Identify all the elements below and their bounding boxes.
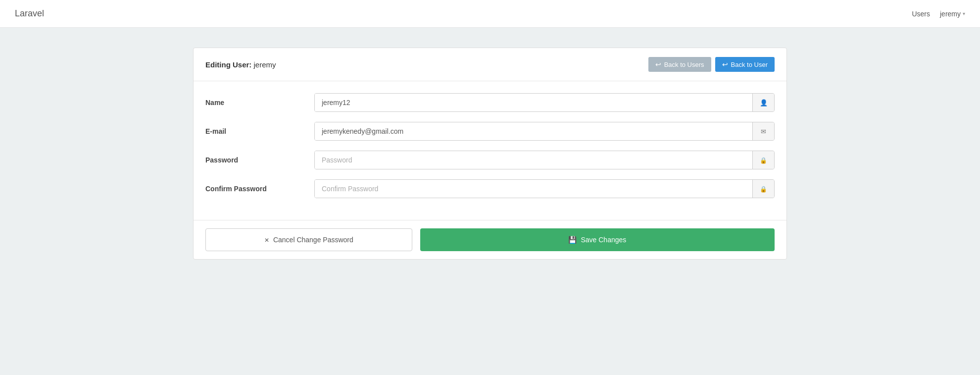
back-to-users-label: Back to Users — [664, 61, 704, 68]
save-changes-button[interactable]: Save Changes — [420, 228, 775, 251]
envelope-icon — [752, 122, 774, 140]
confirm-password-input-wrapper — [314, 179, 775, 198]
confirm-password-label: Confirm Password — [205, 185, 314, 193]
email-input[interactable] — [315, 122, 752, 140]
password-input[interactable] — [315, 151, 752, 169]
editing-username: jeremy — [254, 60, 276, 69]
card-title: Editing User: jeremy — [205, 60, 276, 69]
back-to-user-label: Back to User — [731, 61, 768, 68]
header-buttons: Back to Users Back to User — [648, 57, 775, 72]
editing-user-label: Editing User: — [205, 60, 251, 69]
password-label: Password — [205, 156, 314, 164]
name-input[interactable] — [315, 94, 752, 111]
reply-icon-user — [722, 60, 728, 68]
lock-icon-symbol-password — [760, 156, 767, 164]
lock-icon-symbol-confirm — [760, 185, 767, 193]
times-icon — [264, 236, 269, 244]
card-body: Name E-mail — [194, 81, 786, 220]
envelope-icon-symbol — [761, 127, 766, 135]
back-to-user-button[interactable]: Back to User — [715, 57, 775, 72]
dropdown-caret-icon: ▾ — [963, 11, 965, 16]
email-label: E-mail — [205, 127, 314, 135]
main-content: Editing User: jeremy Back to Users Back … — [0, 28, 980, 279]
password-input-wrapper — [314, 151, 775, 169]
password-form-row: Password — [205, 151, 775, 169]
navbar: Laravel Users jeremy ▾ — [0, 0, 980, 28]
back-to-users-button[interactable]: Back to Users — [648, 57, 711, 72]
reply-icon-users — [655, 60, 661, 68]
navbar-right: Users jeremy ▾ — [912, 10, 965, 18]
user-dropdown[interactable]: jeremy ▾ — [940, 10, 965, 18]
save-label: Save Changes — [581, 236, 626, 244]
confirm-password-input[interactable] — [315, 180, 752, 198]
name-form-row: Name — [205, 93, 775, 112]
card-header: Editing User: jeremy Back to Users Back … — [194, 48, 786, 81]
save-icon — [568, 236, 577, 244]
user-icon — [752, 94, 774, 111]
lock-icon-confirm — [752, 180, 774, 198]
cancel-change-password-button[interactable]: Cancel Change Password — [205, 228, 412, 251]
user-dropdown-name: jeremy — [940, 10, 961, 18]
email-form-row: E-mail — [205, 122, 775, 141]
lock-icon-password — [752, 151, 774, 169]
email-input-wrapper — [314, 122, 775, 141]
cancel-label: Cancel Change Password — [273, 236, 353, 244]
user-icon-symbol — [760, 99, 768, 107]
brand-logo: Laravel — [15, 8, 44, 19]
edit-user-card: Editing User: jeremy Back to Users Back … — [193, 48, 787, 260]
name-input-wrapper — [314, 93, 775, 112]
name-label: Name — [205, 99, 314, 107]
confirm-password-form-row: Confirm Password — [205, 179, 775, 198]
users-nav-link[interactable]: Users — [912, 10, 930, 18]
card-footer: Cancel Change Password Save Changes — [194, 220, 786, 259]
